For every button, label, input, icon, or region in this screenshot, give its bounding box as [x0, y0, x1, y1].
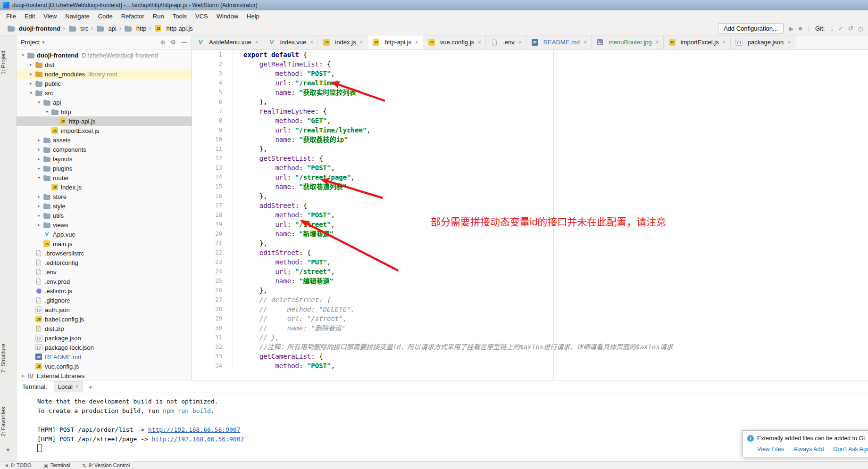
tree-collapsed-arrow-icon[interactable]: ▸ [27, 81, 34, 86]
line-number[interactable]: 12 [192, 154, 233, 163]
stop-icon[interactable]: ■ [799, 25, 802, 32]
tool-window-button-structure[interactable]: 7: Structure [0, 337, 16, 379]
tree-item-components[interactable]: ▸components [17, 145, 192, 154]
git-commit-icon[interactable]: ✓ [838, 25, 843, 32]
editor-tab-index-js[interactable]: JSindex.js× [318, 35, 367, 49]
tree-item-store[interactable]: ▸store [17, 192, 192, 201]
hide-icon[interactable]: — [181, 39, 187, 46]
notification-action-don-t-ask-agai[interactable]: Don't Ask Agai [833, 446, 868, 453]
close-icon[interactable]: × [518, 39, 522, 46]
menu-item-file[interactable]: File [2, 11, 20, 21]
line-number[interactable]: 25 [192, 276, 233, 286]
line-number[interactable]: 8 [192, 116, 233, 125]
statusbar-item-terminal[interactable]: ▣Terminal [43, 462, 70, 468]
editor-tab-http-api-js[interactable]: JShttp-api.js× [367, 35, 423, 49]
tree-item-node-modules[interactable]: ▸node_moduleslibrary root [17, 69, 192, 79]
tree-item-dist[interactable]: ▸dist [17, 60, 192, 69]
notification-action-always-add[interactable]: Always Add [793, 446, 824, 453]
terminal-output[interactable]: Note that the development build is not o… [17, 393, 868, 462]
line-number[interactable]: 32 [192, 342, 233, 352]
code-line[interactable]: 2 getRealTimeList: { [192, 59, 868, 69]
tree-item-importexcel-js[interactable]: JSimportExcel.js [17, 126, 192, 135]
line-number[interactable]: 15 [192, 182, 233, 191]
code-line[interactable]: 6 }, [192, 97, 868, 107]
code-line[interactable]: 15 name: "获取巷道列表" [192, 182, 868, 191]
code-line[interactable]: 14 url: "/street/page", [192, 173, 868, 182]
menu-item-vcs[interactable]: VCS [191, 11, 212, 21]
tree-collapsed-arrow-icon[interactable]: ▸ [35, 147, 42, 152]
tree-collapsed-arrow-icon[interactable]: ▸ [27, 62, 34, 67]
code-line[interactable]: 3 method: "POST", [192, 69, 868, 78]
line-number[interactable]: 16 [192, 191, 233, 201]
tree-item-api[interactable]: ▾api [17, 98, 192, 107]
line-number[interactable]: 3 [192, 69, 233, 78]
code-line[interactable]: 30 // name: "删除巷道" [192, 323, 868, 333]
code-line[interactable]: 12 getStreetList: { [192, 154, 868, 163]
editor-tab-asidemenu-vue[interactable]: VAsideMenu.vue× [192, 35, 263, 49]
code-line[interactable]: 1export default { [192, 50, 868, 59]
close-icon[interactable]: × [478, 39, 481, 46]
line-number[interactable]: 19 [192, 220, 233, 229]
tree-item-editorconfig[interactable]: .editorconfig [17, 258, 192, 267]
line-number[interactable]: 21 [192, 239, 233, 248]
tree-item-src[interactable]: ▾src [17, 88, 192, 98]
editor-tab-package-json[interactable]: { }package.json× [731, 35, 796, 49]
line-number[interactable]: 20 [192, 229, 233, 239]
chevron-down-icon[interactable]: ▾ [42, 40, 44, 45]
tree-collapsed-arrow-icon[interactable]: ▸ [35, 138, 42, 142]
close-icon[interactable]: × [310, 39, 313, 46]
tree-collapsed-arrow-icon[interactable]: ▸ [35, 156, 42, 161]
menu-item-refactor[interactable]: Refactor [117, 11, 149, 21]
editor-tab-readme-md[interactable]: MREADME.md× [526, 35, 592, 49]
terminal-tab-local[interactable]: Local × [54, 381, 83, 392]
tree-collapsed-arrow-icon[interactable]: ▸ [27, 72, 34, 76]
tree-item-readme-md[interactable]: MREADME.md [17, 352, 192, 362]
line-number[interactable]: 27 [192, 295, 233, 304]
code-line[interactable]: 23 method: "PUT", [192, 257, 868, 267]
terminal-link[interactable]: http://192.168.66.56:9007 [152, 436, 244, 443]
line-number[interactable]: 17 [192, 201, 233, 210]
close-icon[interactable]: × [584, 39, 587, 46]
tree-item-index-js[interactable]: JSindex.js [17, 182, 192, 192]
tree-item-env[interactable]: .env [17, 267, 192, 277]
code-line[interactable]: 4 url: "/realTime", [192, 78, 868, 88]
tree-item-browserslistrc[interactable]: .browserslistrc [17, 248, 192, 258]
tree-item-env-prod[interactable]: .env.prod [17, 277, 192, 286]
line-number[interactable]: 24 [192, 267, 233, 276]
tree-item-auth-json[interactable]: { }auth.json [17, 305, 192, 314]
tool-window-button-favorites[interactable]: 2: Favorites [0, 401, 16, 443]
line-number[interactable]: 6 [192, 97, 233, 107]
settings-icon[interactable]: ⚙ [170, 39, 176, 46]
code-line[interactable]: 33 getCameraList: { [192, 352, 868, 361]
editor-tab-importexcel-js[interactable]: JSimportExcel.js× [664, 35, 731, 49]
favorites-star-icon[interactable]: ★ [0, 446, 16, 453]
code-line[interactable]: 32 //注释：所有用到删除的接口都需要拼接变量id，所以请求方式采用了挂载在原… [192, 342, 868, 352]
line-number[interactable]: 10 [192, 135, 233, 144]
code-line[interactable]: 25 name: "编辑巷道" [192, 276, 868, 286]
code-line[interactable]: 11 }, [192, 144, 868, 154]
code-line[interactable]: 8 method: "GET", [192, 116, 868, 125]
tree-item-views[interactable]: ▸views [17, 220, 192, 230]
tree-item-layouts[interactable]: ▸layouts [17, 154, 192, 164]
close-icon[interactable]: × [656, 39, 659, 46]
close-icon[interactable]: × [359, 39, 363, 46]
tree-item-style[interactable]: ▸style [17, 201, 192, 211]
tree-item-http[interactable]: ▾http [17, 107, 192, 116]
tree-expanded-arrow-icon[interactable]: ▾ [35, 175, 42, 180]
line-number[interactable]: 26 [192, 286, 233, 295]
tree-item-gitignore[interactable]: .gitignore [17, 296, 192, 305]
statusbar-item-9-version-control[interactable]: ⇅9: Version Control [82, 462, 130, 468]
menu-item-view[interactable]: View [39, 11, 61, 21]
line-number[interactable]: 31 [192, 333, 233, 342]
breadcrumb-item-http[interactable]: http [122, 24, 149, 33]
code-line[interactable]: 26 }, [192, 286, 868, 295]
tree-item-eslintrc-js[interactable]: .eslintrc.js [17, 286, 192, 296]
tree-item-router[interactable]: ▾router [17, 173, 192, 182]
line-number[interactable]: 13 [192, 163, 233, 173]
line-number[interactable]: 34 [192, 361, 233, 370]
locate-icon[interactable]: ⊕ [160, 39, 165, 46]
line-number[interactable]: 1 [192, 50, 233, 59]
tree-collapsed-arrow-icon[interactable]: ▸ [35, 194, 42, 199]
code-line[interactable]: 34 method: "POST", [192, 361, 868, 370]
menu-item-tools[interactable]: Tools [168, 11, 191, 21]
